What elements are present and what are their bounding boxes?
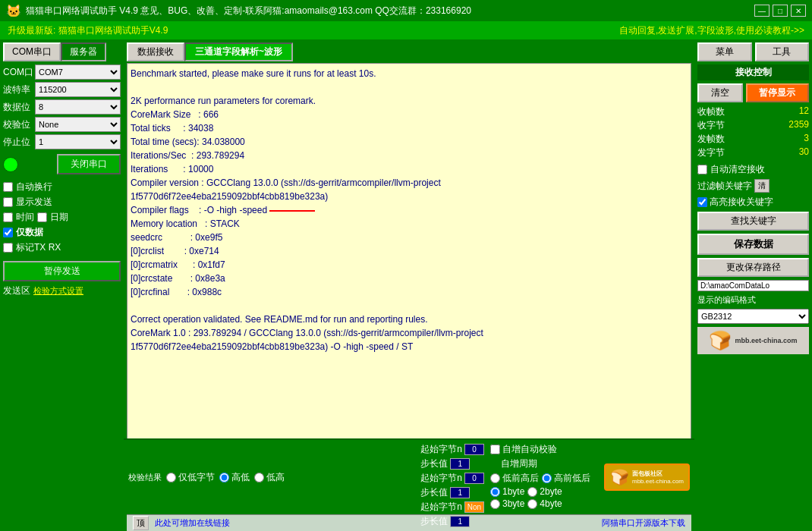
parity-label: 校验位	[3, 118, 35, 131]
tab-data-receive[interactable]: 数据接收	[127, 42, 184, 61]
only-data-checkbox[interactable]	[3, 228, 13, 237]
1byte-radio[interactable]	[490, 487, 500, 497]
tab-com[interactable]: COM串口	[3, 42, 61, 61]
recv-btn-row: 清空 暂停显示	[697, 83, 809, 102]
highlight-label: 高亮接收关键字	[710, 196, 773, 209]
mark-tx-rx-checkbox[interactable]	[3, 243, 13, 253]
high-first-option: 高前低后	[542, 472, 590, 485]
auto-verify-checkbox[interactable]	[490, 445, 500, 454]
verify-low-high-radio[interactable]	[254, 473, 264, 482]
close-port-button[interactable]: 关闭串口	[57, 154, 121, 174]
baud-rate-select[interactable]: 115200	[35, 82, 121, 97]
tutorial-link[interactable]: 自动回复,发送扩展,字段波形,使用必读教程->>	[619, 24, 804, 37]
start-byte-3-input[interactable]	[464, 501, 484, 513]
filter-row: 过滤帧关键字 清	[697, 179, 809, 193]
recv-bytes-label: 收字节	[697, 119, 725, 132]
save-data-button[interactable]: 保存数据	[697, 234, 809, 255]
low-high-options: 低前高后 高前低后	[490, 472, 590, 485]
time-checkbox[interactable]	[3, 212, 13, 222]
highlight-checkbox[interactable]	[697, 197, 707, 207]
recv-frames-row: 收帧数 12	[697, 105, 809, 118]
show-send-row: 显示发送	[3, 196, 121, 209]
step-2-row: 步长值	[420, 486, 484, 499]
start-byte-3-row: 起始字节n	[420, 501, 484, 514]
com-port-group: COM口 COM7	[3, 64, 121, 80]
date-checkbox[interactable]	[37, 212, 47, 222]
terminal-line-5: Total time (secs): 34.038000	[131, 135, 688, 149]
stop-bits-label: 停止位	[3, 136, 35, 149]
start-byte-1-row: 起始字节n	[420, 443, 484, 456]
auto-clean-label: 自动清空接收	[710, 163, 765, 176]
terminal-line-9: 1f5770d6f72ee4eba2159092bbf4cbb819be323a…	[131, 190, 688, 203]
top-button[interactable]: 顶	[133, 516, 149, 530]
4byte-radio[interactable]	[527, 499, 537, 509]
baud-rate-label: 波特率	[3, 83, 35, 96]
bread-logo: 🍞 面包板社区 mbb.eet-china.com	[604, 463, 690, 491]
terminal-line-6: Iterations/Sec : 293.789294	[131, 149, 688, 162]
low-first-option: 低前高后	[490, 472, 539, 485]
clear-recv-button[interactable]: 清空	[697, 83, 743, 102]
tool-button[interactable]: 工具	[755, 42, 810, 61]
open-source-link[interactable]: 阿猫串口开源版本下载	[602, 517, 685, 529]
start-byte-2-input[interactable]	[464, 473, 484, 484]
auto-clean-checkbox[interactable]	[697, 165, 707, 174]
terminal-line-1: Benchmark started, please make sure it r…	[131, 67, 688, 80]
filter-clear-button[interactable]: 清	[754, 179, 770, 193]
filter-label: 过滤帧关键字	[697, 180, 752, 193]
data-bits-select[interactable]: 8	[35, 99, 121, 115]
auto-wrap-label: 自动换行	[16, 181, 52, 193]
verify-low-high: 低高	[254, 471, 285, 484]
step-1-input[interactable]	[450, 458, 470, 470]
auto-clean-row: 自动清空接收	[697, 163, 809, 176]
step-3-input[interactable]	[450, 516, 470, 527]
change-path-button[interactable]: 更改保存路径	[697, 258, 809, 277]
2byte-radio[interactable]	[527, 487, 537, 497]
check-method-link[interactable]: 检验方式设置	[33, 285, 83, 297]
left-panel: COM串口 服务器 COM口 COM7 波特率 115200 数据位 8 校验位…	[0, 39, 124, 531]
3byte-radio[interactable]	[490, 499, 500, 509]
show-send-checkbox[interactable]	[3, 197, 13, 207]
send-frames-value: 3	[804, 133, 809, 146]
right-panel: 菜单 工具 接收控制 清空 暂停显示 收帧数 12 收字节 2359 发帧数 3	[694, 39, 812, 531]
terminal-line-18: CoreMark 1.0 : 293.789294 / GCCClang 13.…	[131, 326, 688, 340]
parity-select[interactable]: None	[35, 117, 121, 132]
byte-options-2: 3byte 4byte	[490, 498, 590, 509]
verify-col-options: 自增自动校验 自增周期 低前高后 高前低后 1byte	[490, 443, 590, 511]
terminal-line-10: Compiler flags : -O -high -speed	[131, 203, 688, 217]
pause-send-button[interactable]: 暂停发送	[3, 261, 121, 281]
verify-high-low-radio[interactable]	[219, 473, 229, 482]
auto-wrap-checkbox[interactable]	[3, 182, 13, 192]
com-port-select[interactable]: COM7	[35, 64, 121, 80]
auto-wrap-row: 自动换行	[3, 181, 121, 193]
recv-control-label: 接收控制	[697, 64, 809, 80]
encoding-select[interactable]: GB2312 UTF-8	[697, 309, 809, 324]
stop-bits-select[interactable]: 1	[35, 134, 121, 149]
update-link[interactable]: 升级最新版: 猫猫串口网络调试助手V4.9	[8, 24, 168, 37]
close-button[interactable]: ✕	[791, 5, 806, 17]
high-first-radio[interactable]	[542, 473, 552, 483]
find-keyword-button[interactable]: 查找关键字	[697, 212, 809, 231]
mark-tx-rx-row: 标记TX RX	[3, 241, 121, 254]
stop-bits-group: 停止位 1	[3, 134, 121, 149]
app-title: 猫猫串口网络调试助手 V4.9 意见、BUG、改善、定制-联系阿猫:amaoma…	[26, 5, 471, 17]
baud-rate-group: 波特率 115200	[3, 82, 121, 97]
tab-three-channel[interactable]: 三通道字段解析~波形	[184, 42, 293, 61]
minimize-button[interactable]: —	[754, 5, 770, 17]
send-frames-row: 发帧数 3	[697, 133, 809, 146]
low-first-radio[interactable]	[490, 473, 500, 483]
tab-server[interactable]: 服务器	[61, 42, 106, 61]
verify-col-inputs: 起始字节n 步长值 起始字节n 步长值 起始字节n 步长值	[420, 443, 484, 511]
terminal-line-15: [0]crcstate : 0x8e3a	[131, 272, 688, 285]
add-link-link[interactable]: 此处可增加在线链接	[155, 517, 230, 529]
step-2-input[interactable]	[450, 487, 470, 498]
terminal-line-4: Total ticks : 34038	[131, 121, 688, 135]
options-section: 自动换行 显示发送 时间 日期 仅数据 标记TX RX	[3, 181, 121, 254]
terminal-display[interactable]: Benchmark started, please make sure it r…	[127, 63, 691, 454]
menu-button[interactable]: 菜单	[697, 42, 752, 61]
recv-frames-value: 12	[799, 105, 809, 118]
pause-display-button[interactable]: 暂停显示	[746, 83, 809, 102]
maximize-button[interactable]: □	[773, 5, 788, 17]
encoding-label: 显示的编码格式	[697, 294, 809, 306]
start-byte-1-input[interactable]	[464, 444, 484, 455]
verify-only-low-radio[interactable]	[166, 473, 176, 482]
